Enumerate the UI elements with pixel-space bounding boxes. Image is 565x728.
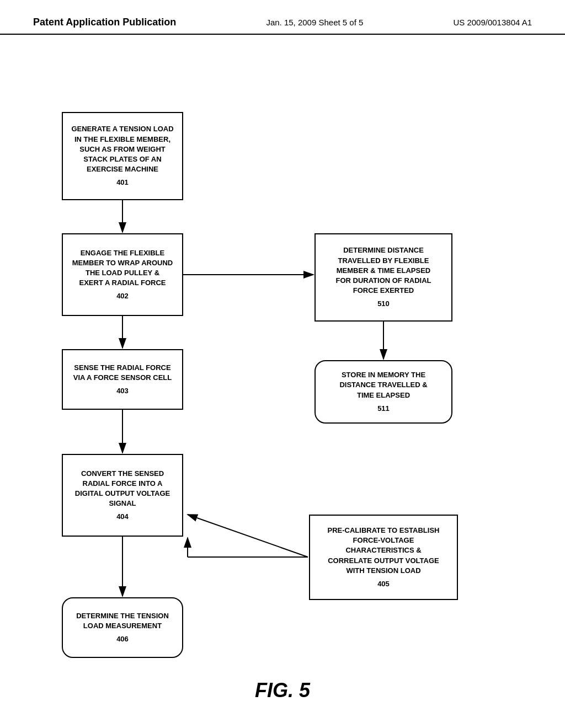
box-510: DETERMINE DISTANCE TRAVELLED BY FLEXIBLE… [315, 233, 452, 322]
box-511: STORE IN MEMORY THE DISTANCE TRAVELLED &… [315, 360, 452, 424]
date-sheet-label: Jan. 15, 2009 Sheet 5 of 5 [266, 18, 363, 27]
publication-label: Patent Application Publication [33, 17, 176, 28]
box-405: PRE-CALIBRATE TO ESTABLISH FORCE-VOLTAGE… [309, 515, 458, 600]
box-402: ENGAGE THE FLEXIBLE MEMBER TO WRAP AROUN… [62, 233, 183, 316]
svg-line-6 [188, 515, 308, 557]
box-401: GENERATE A TENSION LOAD IN THE FLEXIBLE … [62, 112, 183, 200]
diagram-area: GENERATE A TENSION LOAD IN THE FLEXIBLE … [0, 35, 565, 719]
figure-label: FIG. 5 [255, 679, 310, 702]
box-406: DETERMINE THE TENSION LOAD MEASUREMENT 4… [62, 597, 183, 658]
page-header: Patent Application Publication Jan. 15, … [0, 0, 565, 35]
patent-number-label: US 2009/0013804 A1 [453, 18, 532, 27]
box-403: SENSE THE RADIAL FORCE VIA A FORCE SENSO… [62, 349, 183, 410]
box-404: CONVERT THE SENSED RADIAL FORCE INTO A D… [62, 454, 183, 537]
